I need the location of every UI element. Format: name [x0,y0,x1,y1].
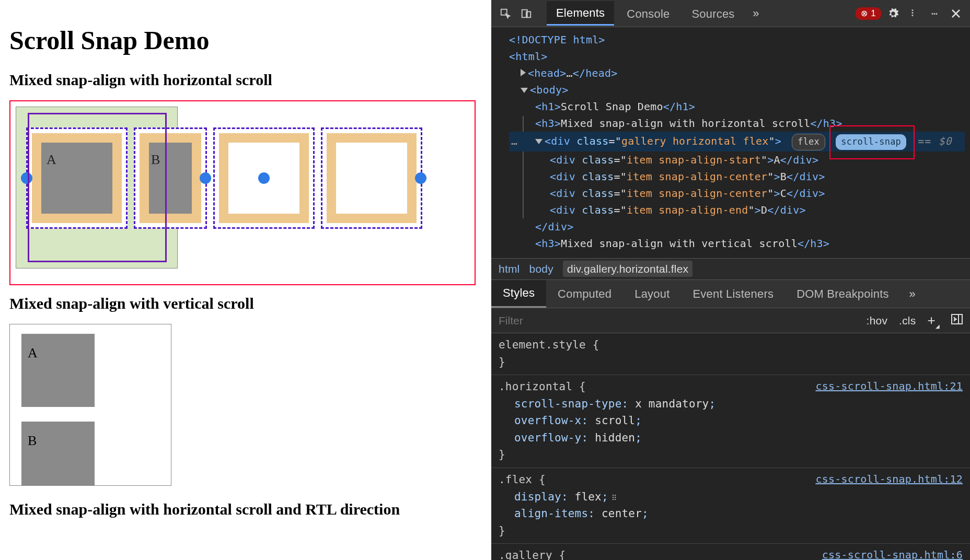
cls-toggle[interactable]: .cls [899,314,916,327]
devtools-toolbar: Elements Console Sources » 1 ⠇ ⋯ [491,0,970,27]
css-rule[interactable]: css-scroll-snap.html:6 .gallery { height… [491,544,970,560]
styles-pane[interactable]: element.style { } css-scroll-snap.html:2… [491,333,970,560]
crumb[interactable]: html [499,263,519,275]
tree-line[interactable]: <div class="item snap-align-center">B</d… [509,168,965,185]
gallery-item[interactable]: B [21,422,95,486]
tree-line[interactable]: </div> [509,218,965,235]
crumb-selected[interactable]: div.gallery.horizontal.flex [563,261,692,277]
breadcrumb[interactable]: html body div.gallery.horizontal.flex [491,258,970,280]
source-link[interactable]: css-scroll-snap.html:21 [815,378,963,394]
error-count-badge[interactable]: 1 [856,7,881,20]
toggle-sidebar-icon[interactable] [951,314,963,327]
close-devtools-icon[interactable] [947,5,965,22]
snap-point-dot [415,172,426,184]
css-rule[interactable]: element.style { } [491,333,970,375]
section-heading-2: Mixed snap-align with vertical scroll [9,295,482,312]
gallery-item[interactable]: A [21,334,95,407]
snap-point-dot [200,172,211,184]
tree-line[interactable]: <h1>Scroll Snap Demo</h1> [509,98,965,115]
tree-line-selected[interactable]: … <div class="gallery horizontal flex"> … [509,132,965,151]
styles-subtabs: Styles Computed Layout Event Listeners D… [491,280,970,308]
console-ref-label: == $0 [918,135,952,147]
collapse-triangle-icon[interactable] [521,88,528,93]
tree-line[interactable]: <div class="item snap-align-start">A</di… [509,151,965,168]
tab-elements[interactable]: Elements [547,1,614,26]
inspect-icon[interactable] [496,5,514,22]
tree-line[interactable]: <div class="item snap-align-end">D</div> [509,202,965,218]
dom-tree[interactable]: <!DOCTYPE html> <html> <head>…</head> <b… [491,27,970,258]
expand-triangle-icon[interactable] [521,69,526,76]
snap-viewport-overlay [28,113,167,262]
new-rule-plus-icon[interactable]: +◢ [927,312,940,329]
section-heading-3: Mixed snap-align with horizontal scroll … [9,500,482,518]
gallery-item[interactable] [321,127,422,229]
selection-highlight-box: A B [9,100,476,285]
source-link[interactable]: css-scroll-snap.html:12 [815,471,963,487]
collapse-triangle-icon[interactable] [535,139,542,144]
tree-line[interactable]: <div class="item snap-align-center">C</d… [509,185,965,202]
tree-line[interactable]: <!DOCTYPE html> [509,31,965,48]
subtab-layout[interactable]: Layout [623,281,681,307]
gallery-vertical[interactable]: A B [9,324,171,486]
subtab-computed[interactable]: Computed [546,281,623,307]
more-subtabs-icon[interactable]: » [904,285,921,303]
gallery-horizontal[interactable] [16,107,178,269]
scroll-snap-badge[interactable]: scroll-snap [836,134,906,150]
filter-input[interactable] [499,314,855,327]
styles-filter-bar: :hov .cls +◢ [491,308,970,333]
tree-line[interactable]: <head>…</head> [509,65,965,81]
tab-sources[interactable]: Sources [682,2,744,25]
tree-line[interactable]: <html> [509,48,965,65]
devtools-panel: Elements Console Sources » 1 ⠇ ⋯ <!DOCTY… [491,0,970,560]
section-heading-1: Mixed snap-align with horizontal scroll [9,71,482,89]
crumb[interactable]: body [529,263,553,275]
snap-point-dot [258,172,270,184]
page-title: Scroll Snap Demo [9,25,482,55]
page-preview: Scroll Snap Demo Mixed snap-align with h… [0,0,491,560]
flex-badge[interactable]: flex [792,134,825,150]
css-rule[interactable]: css-scroll-snap.html:12 .flex { display:… [491,468,970,544]
tree-line[interactable]: <body> [509,81,965,98]
gallery-item[interactable] [213,127,315,229]
customize-icon[interactable]: ⠇ [905,5,923,22]
ellipsis-icon: … [511,133,517,149]
tree-line[interactable]: <h3>Mixed snap-align with vertical scrol… [509,235,965,252]
subtab-event-listeners[interactable]: Event Listeners [681,281,785,307]
tab-console[interactable]: Console [617,2,679,25]
subtab-styles[interactable]: Styles [491,280,546,308]
device-toolbar-icon[interactable] [517,5,535,22]
settings-gear-icon[interactable] [884,5,902,22]
source-link[interactable]: css-scroll-snap.html:6 [822,547,963,560]
selector[interactable]: element.style { [499,336,963,354]
css-rule[interactable]: css-scroll-snap.html:21 .horizontal { sc… [491,375,970,468]
hov-toggle[interactable]: :hov [867,314,888,327]
kebab-menu-icon[interactable]: ⋯ [926,5,944,22]
tree-line[interactable]: <h3>Mixed snap-align with horizontal scr… [509,115,965,132]
more-tabs-icon[interactable]: » [747,5,765,22]
flex-editor-icon[interactable]: ⠿ [611,493,616,504]
subtab-dom-breakpoints[interactable]: DOM Breakpoints [785,281,900,307]
